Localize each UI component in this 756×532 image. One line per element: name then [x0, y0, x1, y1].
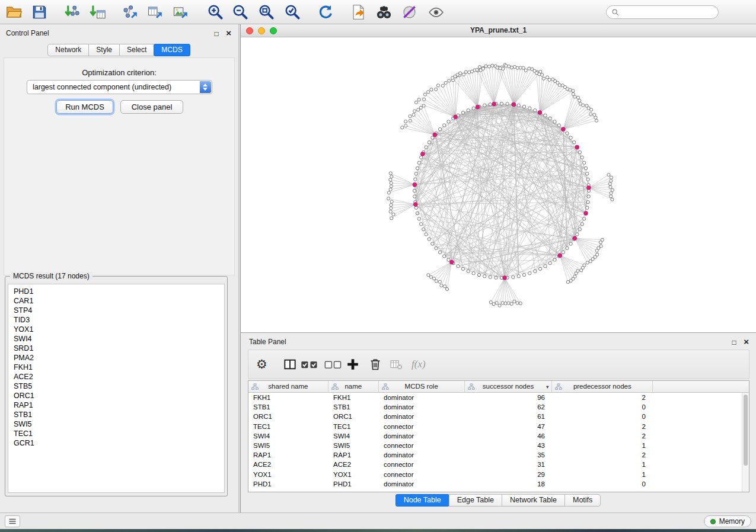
close-window-button[interactable] [246, 27, 253, 34]
import-network-icon[interactable] [64, 4, 80, 20]
table-row[interactable]: SWI4SWI4dominator462 [248, 431, 742, 441]
deselect-all-rows-icon[interactable] [324, 358, 342, 372]
import-table-icon[interactable] [90, 4, 106, 20]
sort-indicator-icon: ▾ [546, 382, 549, 393]
memory-button[interactable]: Memory [704, 515, 751, 527]
table-cell: 2 [553, 393, 653, 402]
table-cell: 0 [553, 412, 653, 421]
table-cell: 96 [465, 393, 553, 402]
mcds-result-item[interactable]: SRD1 [14, 344, 224, 353]
table-row[interactable]: SWI5SWI5connector431 [248, 441, 742, 450]
search-box[interactable] [606, 5, 719, 19]
zoom-fit-icon[interactable] [259, 4, 275, 20]
network-titlebar: YPA_prune.txt_1 [241, 24, 756, 37]
close-control-panel-button[interactable]: × [226, 29, 231, 37]
tab-motifs[interactable]: Motifs [564, 494, 601, 507]
maximize-window-button[interactable] [270, 27, 277, 34]
table-body: FKH1FKH1dominator962STB1STB1dominator620… [248, 393, 742, 492]
mcds-result-item[interactable]: YOX1 [14, 325, 224, 334]
mcds-result-item[interactable]: CAR1 [14, 296, 224, 306]
column-header-empty [653, 381, 749, 393]
show-columns-icon[interactable] [283, 358, 296, 372]
zoom-selected-icon[interactable] [285, 4, 301, 20]
desktop-background [0, 529, 756, 532]
table-bottom-tabs: Node TableEdge TableNetwork TableMotifs [241, 494, 756, 507]
tab-network-table[interactable]: Network Table [502, 494, 565, 507]
open-session-icon[interactable] [6, 4, 22, 20]
table-cell: 1 [553, 460, 653, 469]
close-panel-button[interactable]: Close panel [120, 100, 183, 114]
table-row[interactable]: RAP1RAP1dominator352 [248, 450, 742, 460]
network-view[interactable] [241, 37, 756, 332]
zoom-in-icon[interactable] [208, 4, 224, 20]
refresh-view-icon[interactable] [318, 4, 334, 20]
column-type-icon [331, 383, 339, 390]
save-session-icon[interactable] [31, 4, 47, 20]
tab-select[interactable]: Select [119, 44, 154, 56]
mcds-result-item[interactable]: ACE2 [14, 372, 224, 382]
float-table-panel-button[interactable]: □ [732, 338, 736, 347]
column-header-name[interactable]: name [328, 381, 379, 393]
export-network-icon[interactable] [122, 4, 138, 20]
table-row[interactable]: STB1STB1dominator620 [248, 402, 742, 412]
share-document-icon[interactable] [350, 4, 366, 20]
main-toolbar [0, 0, 756, 24]
mcds-result-item[interactable]: PHD1 [14, 287, 224, 296]
graphics-details-icon[interactable] [401, 4, 417, 20]
column-header-successor-nodes[interactable]: successor nodes▾ [465, 381, 553, 393]
zoom-out-icon[interactable] [232, 4, 248, 20]
table-row[interactable]: ORC1ORC1dominator610 [248, 412, 742, 421]
panel-selector-button[interactable] [5, 515, 20, 527]
mcds-result-item[interactable]: SWI5 [14, 419, 224, 429]
export-image-icon[interactable] [173, 4, 189, 20]
table-row[interactable]: TEC1TEC1connector472 [248, 422, 742, 431]
table-row[interactable]: FKH1FKH1dominator962 [248, 393, 742, 402]
tab-style[interactable]: Style [88, 44, 120, 56]
add-row-icon[interactable] [346, 358, 359, 372]
mcds-result-item[interactable]: STP4 [14, 306, 224, 315]
mcds-result-item[interactable]: SWI4 [14, 334, 224, 344]
table-scrollbar[interactable] [742, 393, 749, 492]
close-table-panel-button[interactable]: × [744, 338, 749, 346]
column-header-shared-name[interactable]: shared name [248, 381, 328, 393]
tab-mcds[interactable]: MCDS [154, 44, 190, 56]
export-table-icon[interactable] [147, 4, 163, 20]
criterion-dropdown[interactable]: largest connected component (undirected) [27, 80, 212, 94]
float-control-panel-button[interactable]: □ [215, 30, 219, 38]
search-input[interactable] [620, 6, 719, 18]
mcds-result-item[interactable]: STB5 [14, 382, 224, 391]
table-row[interactable]: PHD1PHD1dominator180 [248, 479, 742, 489]
mcds-result-item[interactable]: RAP1 [14, 400, 224, 410]
select-all-rows-icon[interactable] [301, 358, 318, 372]
binoculars-search-icon[interactable] [376, 4, 392, 20]
mcds-result-item[interactable]: TEC1 [14, 429, 224, 438]
table-row[interactable]: ACE2ACE2connector311 [248, 460, 742, 469]
mcds-result-item[interactable]: PMA2 [14, 353, 224, 363]
table-row[interactable]: YOX1YOX1connector291 [248, 470, 742, 479]
mcds-result-item[interactable]: STB1 [14, 410, 224, 419]
column-header-predecessor-nodes[interactable]: predecessor nodes [552, 381, 653, 393]
eye-visibility-icon[interactable] [428, 4, 444, 20]
settings-gear-icon[interactable]: ⚙ [256, 358, 267, 372]
tab-network[interactable]: Network [47, 44, 89, 56]
control-panel-title: Control Panel [6, 29, 49, 37]
mcds-result-item[interactable]: FKH1 [14, 363, 224, 372]
table-cell: ACE2 [248, 460, 328, 469]
mcds-result-item[interactable]: TID3 [14, 315, 224, 325]
network-graph[interactable] [241, 37, 756, 332]
tab-edge-table[interactable]: Edge Table [449, 494, 502, 507]
run-mcds-button[interactable]: Run MCDS [56, 100, 113, 114]
mcds-result-item[interactable]: ORC1 [14, 391, 224, 400]
tab-node-table[interactable]: Node Table [395, 494, 449, 507]
table-cell: 2 [553, 422, 653, 431]
scrollbar-thumb[interactable] [744, 395, 748, 466]
delete-rows-icon[interactable] [369, 358, 382, 372]
mcds-result-item[interactable]: GCR1 [14, 438, 224, 448]
mcds-result-group: MCDS result (17 nodes) PHD1CAR1STP4TID3Y… [5, 276, 228, 496]
minimize-window-button[interactable] [258, 27, 265, 34]
table-cell: dominator [379, 402, 465, 412]
column-header-MCDS-role[interactable]: MCDS role [379, 381, 465, 393]
mcds-result-list[interactable]: PHD1CAR1STP4TID3YOX1SWI4SRD1PMA2FKH1ACE2… [8, 284, 225, 493]
table-panel-title: Table Panel [249, 338, 286, 346]
table-cell: FKH1 [328, 393, 379, 402]
